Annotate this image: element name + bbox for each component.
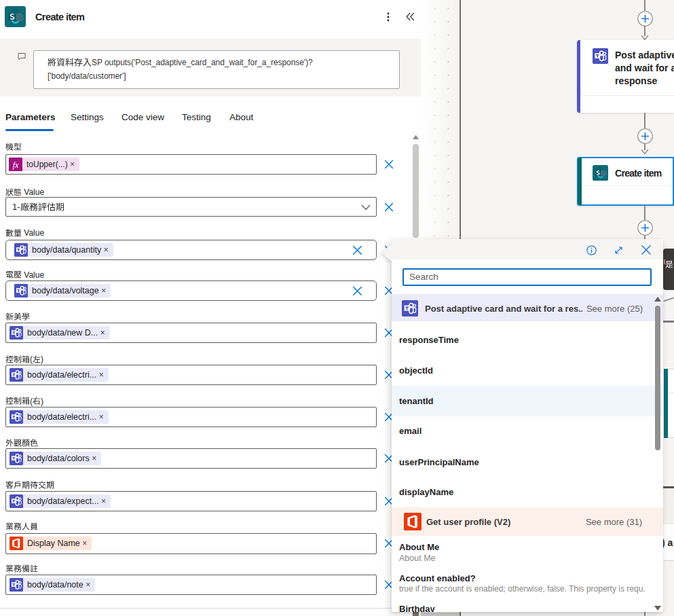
- svg-text:fx: fx: [13, 160, 19, 170]
